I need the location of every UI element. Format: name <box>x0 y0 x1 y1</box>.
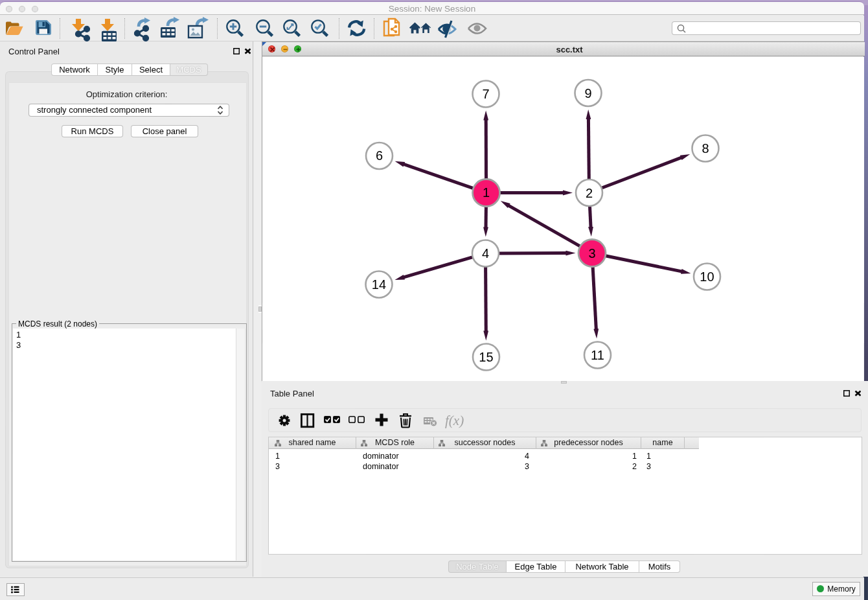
svg-text:11: 11 <box>591 348 604 362</box>
svg-text:4: 4 <box>482 246 489 260</box>
svg-text:7: 7 <box>482 87 489 101</box>
svg-text:f(x): f(x) <box>445 413 464 428</box>
svg-text:10: 10 <box>700 270 714 284</box>
svg-text:3: 3 <box>588 246 595 260</box>
svg-text:14: 14 <box>372 277 386 292</box>
svg-text:2: 2 <box>586 186 593 200</box>
svg-text:6: 6 <box>376 148 383 163</box>
svg-text:15: 15 <box>479 350 493 364</box>
svg-text:8: 8 <box>702 141 709 156</box>
svg-text:1: 1 <box>483 185 490 200</box>
svg-text:9: 9 <box>584 86 591 100</box>
